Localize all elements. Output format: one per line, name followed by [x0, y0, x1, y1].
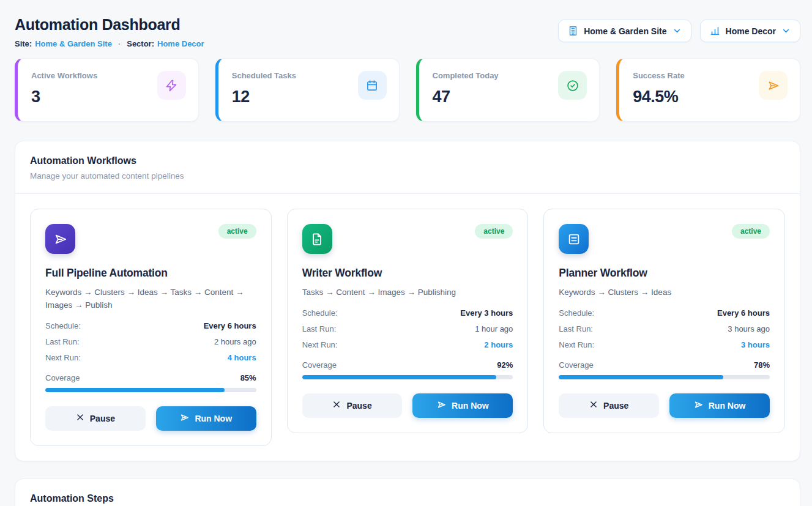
- stat-label: Active Workflows: [31, 71, 97, 80]
- calendar-icon: [358, 71, 387, 100]
- run-now-button[interactable]: Run Now: [669, 393, 770, 418]
- schedule-label: Schedule:: [45, 321, 81, 330]
- run-now-button[interactable]: Run Now: [412, 393, 513, 418]
- workflow-pipeline: Keywords → Clusters → Ideas: [559, 286, 770, 299]
- page-title: Automation Dashboard: [15, 16, 204, 34]
- topbar: Automation Dashboard Site: Home & Garden…: [15, 15, 800, 48]
- workflow-pipeline: Keywords → Clusters → Ideas → Tasks → Co…: [45, 286, 256, 312]
- breadcrumb: Site: Home & Garden Site · Sector: Home …: [15, 39, 204, 48]
- pause-button-label: Pause: [90, 414, 115, 423]
- panel-title: Automation Steps: [30, 493, 785, 504]
- schedule-label: Schedule:: [302, 308, 338, 318]
- automation-steps-panel: Automation Steps Configure which steps a…: [15, 478, 800, 506]
- stats-row: Active Workflows 3 Scheduled Tasks 12 Co…: [15, 58, 800, 122]
- last-run-label: Last Run:: [302, 324, 337, 333]
- workflow-pipeline: Tasks → Content → Images → Publishing: [302, 286, 513, 299]
- coverage-progress-bar: [559, 375, 770, 379]
- stat-value: 3: [31, 87, 97, 106]
- coverage-progress-fill: [302, 375, 496, 379]
- last-run-value: 2 hours ago: [214, 337, 256, 346]
- check-circle-icon: [558, 71, 587, 100]
- x-icon: [332, 400, 341, 411]
- run-now-button-label: Run Now: [195, 414, 232, 423]
- x-icon: [76, 413, 84, 423]
- coverage-progress-bar: [302, 375, 513, 379]
- last-run-label: Last Run:: [559, 324, 593, 333]
- steps-panel-header: Automation Steps Configure which steps a…: [15, 479, 800, 506]
- stat-label: Completed Today: [433, 71, 499, 80]
- coverage-progress-fill: [45, 388, 225, 392]
- workflow-title: Full Pipeline Automation: [45, 267, 256, 280]
- workflow-card-full-pipeline: active Full Pipeline Automation Keywords…: [30, 209, 272, 446]
- next-run-label: Next Run:: [559, 340, 594, 349]
- coverage-value: 92%: [497, 360, 513, 370]
- site-selector-label: Home & Garden Site: [584, 26, 666, 36]
- file-text-icon: [302, 224, 332, 254]
- workflow-title: Writer Workflow: [302, 267, 513, 280]
- workflow-card-planner: active Planner Workflow Keywords → Clust…: [543, 209, 785, 433]
- last-run-label: Last Run:: [45, 337, 80, 346]
- stat-card-success-rate: Success Rate 94.5%: [616, 58, 800, 122]
- stat-card-active-workflows: Active Workflows 3: [15, 58, 199, 122]
- zap-icon: [157, 71, 186, 100]
- pause-button-label: Pause: [603, 401, 628, 411]
- next-run-label: Next Run:: [45, 353, 81, 362]
- stat-card-scheduled-tasks: Scheduled Tasks 12: [215, 58, 400, 122]
- stat-value: 94.5%: [633, 87, 685, 106]
- last-run-value: 3 hours ago: [728, 324, 770, 333]
- sector-label: Sector:: [127, 39, 154, 48]
- workflows-panel-header: Automation Workflows Manage your automat…: [15, 141, 800, 194]
- next-run-value: 3 hours: [741, 340, 770, 349]
- status-badge: active: [732, 224, 770, 239]
- send-icon: [180, 413, 189, 424]
- schedule-value: Every 6 hours: [204, 321, 256, 330]
- pause-button[interactable]: Pause: [45, 406, 146, 431]
- chevron-down-icon: [672, 26, 682, 35]
- send-icon: [759, 71, 788, 100]
- stat-value: 47: [433, 87, 499, 106]
- bar-chart-icon: [710, 26, 720, 36]
- coverage-value: 78%: [754, 360, 770, 370]
- site-link[interactable]: Home & Garden Site: [35, 39, 112, 48]
- next-run-value: 2 hours: [484, 340, 513, 349]
- list-box-icon: [559, 224, 589, 254]
- stat-card-completed-today: Completed Today 47: [416, 58, 600, 122]
- workflow-title: Planner Workflow: [559, 267, 770, 280]
- sector-link[interactable]: Home Decor: [157, 39, 204, 48]
- site-label: Site:: [15, 39, 32, 48]
- schedule-label: Schedule:: [559, 308, 594, 318]
- site-selector-dropdown[interactable]: Home & Garden Site: [558, 20, 691, 42]
- send-icon: [437, 400, 446, 411]
- send-icon: [45, 224, 75, 254]
- topbar-left: Automation Dashboard Site: Home & Garden…: [15, 15, 204, 48]
- topbar-controls: Home & Garden Site Home Decor: [558, 20, 800, 42]
- send-icon: [694, 400, 703, 411]
- next-run-value: 4 hours: [228, 353, 256, 362]
- building-icon: [568, 26, 578, 36]
- run-now-button-label: Run Now: [452, 401, 489, 411]
- coverage-progress-bar: [45, 388, 256, 392]
- stat-value: 12: [232, 87, 296, 106]
- pause-button[interactable]: Pause: [302, 393, 403, 418]
- schedule-value: Every 3 hours: [460, 308, 513, 318]
- pause-button-label: Pause: [346, 401, 371, 411]
- next-run-label: Next Run:: [302, 340, 338, 349]
- coverage-label: Coverage: [302, 360, 337, 370]
- status-badge: active: [218, 224, 256, 239]
- coverage-value: 85%: [240, 373, 256, 382]
- run-now-button[interactable]: Run Now: [156, 406, 256, 431]
- chevron-down-icon: [781, 26, 791, 35]
- sector-selector-dropdown[interactable]: Home Decor: [700, 20, 800, 42]
- stat-label: Success Rate: [633, 71, 685, 80]
- coverage-label: Coverage: [45, 373, 80, 382]
- coverage-label: Coverage: [559, 360, 593, 370]
- last-run-value: 1 hour ago: [475, 324, 513, 333]
- run-now-button-label: Run Now: [709, 401, 746, 411]
- schedule-value: Every 6 hours: [717, 308, 770, 318]
- automation-dashboard-page: Automation Dashboard Site: Home & Garden…: [0, 0, 812, 506]
- separator-dot: ·: [118, 39, 121, 48]
- pause-button[interactable]: Pause: [559, 393, 659, 418]
- panel-subtitle: Manage your automated content pipelines: [30, 171, 785, 180]
- panel-title: Automation Workflows: [30, 155, 785, 166]
- x-icon: [589, 400, 598, 411]
